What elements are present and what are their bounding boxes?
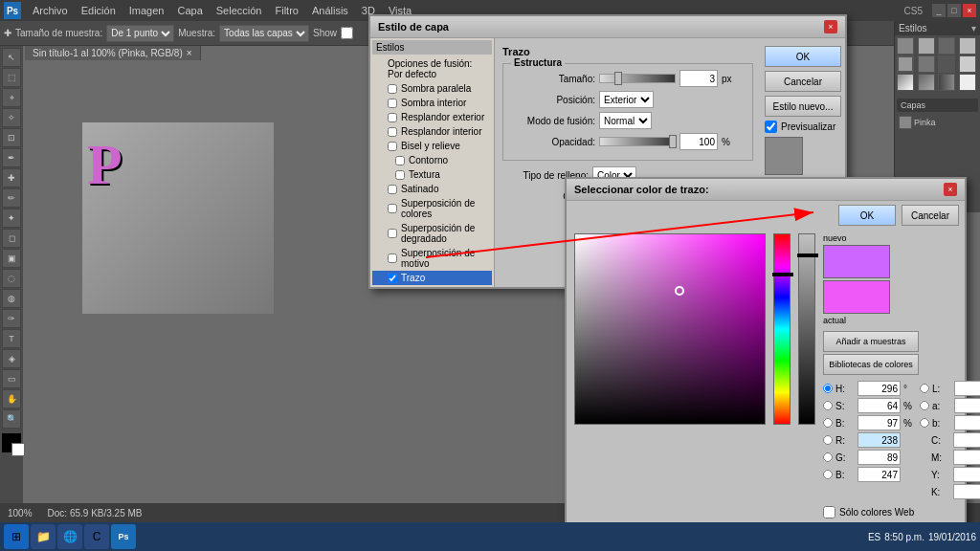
canvas-tab-close[interactable]: × [187, 48, 192, 58]
s-radio[interactable] [823, 401, 833, 410]
contorno-cb[interactable] [395, 156, 405, 165]
menu-seleccion[interactable]: Selección [211, 3, 268, 18]
sombra-paralela-cb[interactable] [388, 84, 397, 94]
blur-tool[interactable]: ◌ [2, 269, 21, 288]
r-radio[interactable] [823, 435, 833, 445]
a-input[interactable] [954, 398, 980, 413]
y-input[interactable] [953, 467, 980, 482]
maximize-btn[interactable]: □ [947, 4, 961, 17]
style-swatch-2[interactable] [918, 37, 935, 55]
position-select[interactable]: Exterior [599, 91, 654, 108]
start-btn[interactable]: ⊞ [4, 524, 29, 549]
style-resplandor-interior[interactable]: Resplandor interior [372, 124, 492, 139]
pen-tool[interactable]: ✑ [2, 309, 21, 328]
style-swatch-1[interactable] [897, 37, 914, 55]
style-swatch-3[interactable] [938, 37, 955, 55]
b3-radio[interactable] [920, 418, 929, 428]
style-swatch-4[interactable] [959, 37, 976, 55]
new-style-button[interactable]: Estilo nuevo... [765, 96, 841, 117]
shape-tool[interactable]: ▭ [2, 369, 21, 388]
l-radio[interactable] [920, 384, 929, 393]
heal-tool[interactable]: ✚ [2, 168, 21, 187]
bisel-relieve-cb[interactable] [388, 142, 397, 151]
brush-tool[interactable]: ✏ [2, 188, 21, 208]
resplandor-interior-cb[interactable] [388, 127, 397, 137]
add-samples-btn[interactable]: Añadir a muestras [823, 331, 919, 352]
lasso-tool[interactable]: ⌖ [2, 88, 21, 107]
blend-select[interactable]: Normal [599, 112, 652, 129]
minimize-btn[interactable]: _ [932, 4, 946, 17]
magic-wand-tool[interactable]: ✧ [2, 108, 21, 127]
style-swatch-12[interactable] [959, 74, 976, 91]
c-input[interactable] [953, 432, 980, 448]
sombra-interior-cb[interactable] [388, 99, 397, 108]
actual-swatch[interactable] [823, 280, 890, 314]
style-swatch-7[interactable] [938, 55, 955, 73]
clone-tool[interactable]: ✦ [2, 209, 21, 228]
g-input[interactable] [858, 450, 901, 465]
opacity-slider[interactable] [599, 137, 676, 146]
taskbar-folder[interactable]: 📁 [31, 524, 56, 549]
satinado-cb[interactable] [388, 185, 397, 194]
menu-edicion[interactable]: Edición [76, 3, 122, 18]
k-input[interactable] [953, 484, 980, 499]
style-bisel-relieve[interactable]: Bisel y relieve [372, 139, 492, 153]
m-input[interactable] [953, 450, 980, 465]
style-contorno[interactable]: Contorno [372, 153, 492, 167]
b3-input[interactable] [954, 415, 980, 430]
color-ok-btn[interactable]: OK [838, 205, 896, 226]
size-thumb[interactable] [614, 72, 622, 85]
color-gradient[interactable] [574, 233, 766, 425]
layer-item[interactable]: Pinka [897, 114, 978, 131]
resplandor-exterior-cb[interactable] [388, 113, 397, 122]
style-swatch-6[interactable] [918, 55, 935, 73]
s-input[interactable] [858, 398, 901, 413]
style-resplandor-exterior[interactable]: Resplandor exterior [372, 110, 492, 124]
text-tool[interactable]: T [2, 329, 21, 348]
b2-input[interactable] [858, 467, 901, 482]
alpha-strip[interactable] [798, 233, 815, 425]
canvas-tab[interactable]: Sin título-1 al 100% (Pinka, RGB/8) × [25, 46, 201, 60]
style-textura[interactable]: Textura [372, 167, 492, 182]
dodge-tool[interactable]: ◍ [2, 289, 21, 308]
menu-analisis[interactable]: Análisis [306, 3, 354, 18]
style-swatch-10[interactable] [918, 74, 935, 91]
style-swatch-9[interactable] [897, 74, 914, 91]
superposicion-degradado-cb[interactable] [388, 229, 397, 238]
hue-strip[interactable] [773, 233, 791, 425]
style-swatch-8[interactable] [959, 55, 976, 73]
taskbar-chrome[interactable]: C [84, 524, 109, 549]
b2-radio[interactable] [823, 470, 833, 479]
style-superposicion-degradado[interactable]: Superposición de degradado [372, 221, 492, 246]
style-swatch-11[interactable] [938, 74, 955, 91]
size-input[interactable] [679, 70, 718, 87]
g-radio[interactable] [823, 452, 833, 462]
style-superposicion-colores[interactable]: Superposición de colores [372, 196, 492, 221]
foreground-color[interactable] [2, 433, 21, 452]
taskbar-browser[interactable]: 🌐 [57, 524, 82, 549]
style-sombra-interior[interactable]: Sombra interior [372, 96, 492, 110]
ok-button[interactable]: OK [765, 46, 841, 67]
h-input[interactable] [858, 381, 901, 396]
style-superposicion-motivo[interactable]: Superposición de motivo [372, 246, 492, 271]
h-radio[interactable] [823, 384, 833, 393]
color-cancel-btn[interactable]: Cancelar [902, 205, 959, 226]
r-input[interactable] [858, 432, 901, 448]
zoom-tool[interactable]: 🔍 [2, 409, 21, 429]
libraries-btn[interactable]: Bibliotecas de colores [823, 354, 919, 375]
preview-checkbox[interactable] [765, 121, 777, 133]
trazo-cb[interactable] [388, 274, 397, 283]
sample-size-select[interactable]: De 1 punto [106, 25, 174, 42]
menu-archivo[interactable]: Archivo [27, 3, 74, 18]
style-options-fusion[interactable]: Opciones de fusión: Por defecto [372, 56, 492, 81]
hand-tool[interactable]: ✋ [2, 389, 21, 408]
style-swatch-5[interactable] [897, 55, 914, 73]
web-colors-cb[interactable] [823, 506, 835, 518]
superposicion-colores-cb[interactable] [388, 204, 397, 213]
taskbar-ps[interactable]: Ps [111, 524, 136, 549]
cancel-button[interactable]: Cancelar [765, 71, 841, 92]
style-satinado[interactable]: Satinado [372, 182, 492, 196]
show-checkbox[interactable] [341, 27, 353, 39]
estilo-close-btn[interactable]: × [824, 20, 837, 33]
menu-imagen[interactable]: Imagen [123, 3, 170, 18]
